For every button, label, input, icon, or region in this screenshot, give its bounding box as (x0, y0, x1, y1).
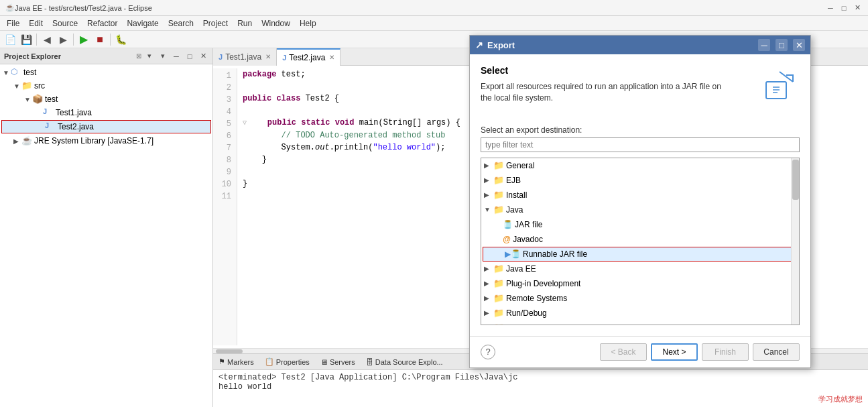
install-arrow: ▶ (484, 191, 493, 198)
tree-item-jre[interactable]: ▶ ☕ JRE System Library [JavaSE-1.7] (0, 134, 212, 148)
project-explorer-menu[interactable]: ▾ (158, 51, 168, 62)
tree-item-ejb[interactable]: ▶ 📁 EJB (481, 173, 799, 188)
ejb-folder-icon: 📁 (493, 175, 504, 185)
dialog-title-bar: ↗ Export ─ □ ✕ (470, 36, 810, 54)
dialog-body: Select Export all resources required to … (470, 54, 810, 336)
tab-properties[interactable]: 📋Properties (262, 354, 312, 370)
tree-item-tasks[interactable]: ▶ 📁 Tasks (481, 321, 799, 325)
dialog-filter-input[interactable] (481, 137, 800, 152)
cancel-button[interactable]: Cancel (753, 343, 800, 361)
toolbar-forward[interactable]: ▶ (56, 32, 70, 47)
menu-window[interactable]: Window (257, 17, 294, 30)
minimize-button[interactable]: ─ (825, 3, 836, 13)
rundebug-label: Run/Debug (506, 308, 547, 318)
servers-icon: 🖥 (320, 358, 328, 366)
dialog-tree-scrollbar[interactable] (791, 158, 799, 325)
install-label: Install (506, 190, 527, 200)
line-numbers: 1234567891011 (213, 68, 237, 345)
tab-test1-close[interactable]: ✕ (265, 53, 271, 60)
tree-item-java-ee[interactable]: ▶ 📁 Java EE (481, 261, 799, 276)
toolbar-debug[interactable]: 🐛 (113, 32, 128, 47)
project-explorer-header: Project Explorer ⊠ ▾ ▾ ─ □ ✕ (0, 48, 212, 64)
maximize-button[interactable]: □ (839, 3, 849, 13)
tree-label-test1: Test1.java (56, 108, 92, 117)
toolbar-new[interactable]: 📄 (3, 32, 17, 47)
tree-item-test1[interactable]: ▶ J Test1.java (0, 106, 212, 119)
project-explorer-collapse[interactable]: ▾ (144, 51, 155, 62)
tree-item-javadoc[interactable]: ▶ @ Javadoc (481, 232, 799, 247)
jar-file-icon: 🫙 (503, 220, 513, 229)
tab-servers[interactable]: 🖥Servers (318, 354, 358, 370)
markers-icon: ⚑ (219, 357, 225, 366)
h-scrollbar-thumb[interactable] (216, 349, 243, 353)
tree-item-test-pkg[interactable]: ▼ 📦 test (0, 93, 212, 106)
tree-item-plugin[interactable]: ▶ 📁 Plug-in Development (481, 276, 799, 291)
project-explorer-close[interactable]: ✕ (198, 51, 208, 62)
rundebug-arrow: ▶ (484, 309, 493, 316)
dialog-close-button[interactable]: ✕ (793, 39, 805, 51)
jre-icon: ☕ (21, 135, 32, 146)
help-button[interactable]: ? (481, 345, 495, 359)
dialog-maximize-button[interactable]: □ (776, 39, 788, 51)
tree-label-test: test (23, 68, 36, 77)
tree-item-test-project[interactable]: ▼ ⬡ test (0, 66, 212, 79)
tab-test1-icon: J (219, 53, 223, 61)
toolbar-back[interactable]: ◀ (40, 32, 54, 47)
ejb-arrow: ▶ (484, 176, 493, 184)
dialog-header-row: Select Export all resources required to … (481, 65, 800, 115)
tree-item-src[interactable]: ▼ 📁 src (0, 79, 212, 93)
title-bar-controls: ─ □ ✕ (825, 3, 863, 13)
watermark: 学习成就梦想 (818, 394, 863, 404)
export-destination-tree[interactable]: ▶ 📁 General ▶ 📁 EJB ▶ 📁 Install (481, 158, 800, 325)
tree-item-test2[interactable]: ▶ J Test2.java (1, 120, 211, 133)
tree-item-runnable-jar[interactable]: ▶ ▶🫙 Runnable JAR file (483, 247, 798, 261)
menu-refactor[interactable]: Refactor (83, 17, 121, 30)
tree-item-jar-file[interactable]: ▶ 🫙 JAR file (481, 217, 799, 232)
menu-run[interactable]: Run (233, 17, 256, 30)
tree-item-general[interactable]: ▶ 📁 General (481, 158, 799, 173)
export-icon (759, 65, 800, 105)
project-explorer-minimize[interactable]: ─ (171, 51, 182, 62)
tab-test2-close[interactable]: ✕ (329, 54, 334, 61)
finish-button[interactable]: Finish (702, 343, 749, 361)
properties-icon: 📋 (265, 357, 274, 366)
project-explorer-maximize[interactable]: □ (184, 51, 195, 62)
plugin-folder-icon: 📁 (493, 278, 504, 288)
toolbar-run[interactable]: ▶ (76, 32, 91, 47)
javadoc-label: Javadoc (513, 235, 543, 244)
toolbar-stop[interactable]: ■ (92, 32, 107, 47)
menu-source[interactable]: Source (48, 17, 82, 30)
general-label: General (506, 161, 535, 170)
tab-test1-label: Test1.java (225, 52, 261, 62)
menu-project[interactable]: Project (199, 17, 232, 30)
menu-edit[interactable]: Edit (25, 17, 47, 30)
menu-search[interactable]: Search (164, 17, 198, 30)
tree-item-remote[interactable]: ▶ 📁 Remote Systems (481, 291, 799, 306)
toolbar-save[interactable]: 💾 (19, 32, 34, 47)
dialog-header-text: Select Export all resources required to … (481, 65, 759, 115)
project-icon: ⬡ (11, 67, 21, 78)
runnable-jar-label: Runnable JAR file (523, 249, 587, 259)
tab-markers[interactable]: ⚑Markers (216, 354, 257, 370)
remote-folder-icon: 📁 (493, 293, 504, 303)
menu-file[interactable]: File (3, 17, 23, 30)
plugin-arrow: ▶ (484, 280, 493, 287)
menu-help[interactable]: Help (296, 17, 320, 30)
dialog-minimize-button[interactable]: ─ (758, 39, 770, 51)
tree-item-java[interactable]: ▼ 📁 Java (481, 202, 799, 217)
next-button[interactable]: Next > (651, 343, 698, 361)
tree-item-rundebug[interactable]: ▶ 📁 Run/Debug (481, 306, 799, 321)
toolbar-sep-1 (36, 34, 37, 46)
java-label: Java (506, 205, 523, 215)
back-button[interactable]: < Back (600, 343, 647, 361)
close-button[interactable]: ✕ (852, 3, 863, 13)
javadoc-icon: @ (503, 235, 511, 244)
tree-item-install[interactable]: ▶ 📁 Install (481, 188, 799, 202)
tab-datasource[interactable]: 🗄Data Source Explo... (363, 354, 446, 370)
dialog-scrollbar-thumb[interactable] (792, 160, 799, 200)
tab-test1[interactable]: J Test1.java ✕ (213, 48, 277, 66)
package-icon: 📦 (32, 94, 43, 105)
tab-test2[interactable]: J Test2.java ✕ (277, 48, 340, 66)
general-arrow: ▶ (484, 162, 493, 169)
menu-navigate[interactable]: Navigate (123, 17, 162, 30)
